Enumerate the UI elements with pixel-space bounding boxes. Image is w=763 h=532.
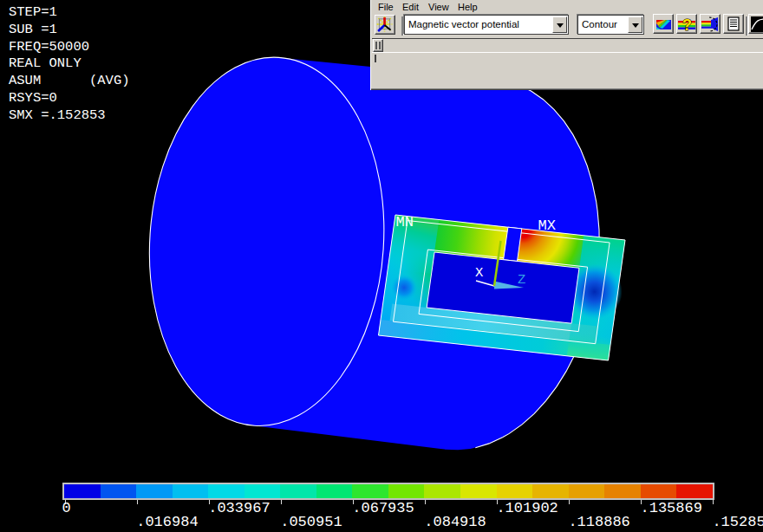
svg-text:?: ? xyxy=(682,16,692,34)
svg-text:Z: Z xyxy=(518,272,525,288)
svg-text:MX: MX xyxy=(538,217,556,234)
svg-text:MN: MN xyxy=(396,214,414,230)
svg-text:X: X xyxy=(475,265,484,281)
